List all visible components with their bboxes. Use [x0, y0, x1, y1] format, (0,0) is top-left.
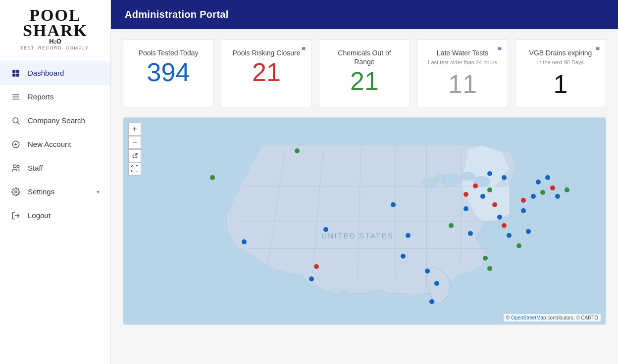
logo-pool: POOL	[29, 8, 81, 23]
stat-card-late-water: ≡ Late Water Tests Last test older than …	[417, 39, 508, 107]
stat-subtitle-vgb: in the next 90 Days	[523, 59, 598, 65]
sidebar-label-dashboard: Dashboard	[28, 69, 64, 77]
stat-value-pools-risking: 21	[229, 59, 304, 85]
content-area: Pools Tested Today 394 ≡ Pools Risking C…	[111, 29, 618, 364]
openstreetmap-link[interactable]: OpenStreetMap	[511, 315, 546, 320]
logo-o: O	[56, 39, 61, 45]
logo-shark-row: SHARK	[23, 23, 88, 39]
sidebar-label-staff: Staff	[28, 164, 43, 172]
logo-h2o-row: H 2 O	[49, 39, 61, 45]
sidebar-nav: Dashboard Reports Company Search New Acc…	[0, 56, 110, 364]
logo: POOL SHARK H 2 O Test. Record. Comply.	[20, 8, 90, 50]
sidebar: POOL SHARK H 2 O Test. Record. Comply. D…	[0, 0, 111, 364]
stat-card-vgb: ≡ VGB Drains expiring in the next 90 Day…	[515, 39, 606, 107]
sidebar-label-reports: Reports	[28, 92, 54, 101]
search-icon	[11, 116, 21, 126]
sidebar-label-logout: Logout	[28, 211, 51, 220]
svg-point-7	[13, 118, 18, 123]
stat-title-late-water: Late Water Tests	[425, 48, 500, 57]
svg-point-30	[422, 179, 438, 187]
stat-card-pools-tested: Pools Tested Today 394	[123, 39, 214, 107]
sidebar-item-logout[interactable]: Logout	[0, 204, 110, 228]
filter-icon-late-water[interactable]: ≡	[498, 45, 502, 52]
sidebar-item-company-search[interactable]: Company Search	[0, 109, 110, 133]
sidebar-item-dashboard[interactable]: Dashboard	[0, 61, 110, 85]
sidebar-item-new-account[interactable]: New Account	[0, 133, 110, 156]
map-zoom-in-button[interactable]: +	[128, 123, 141, 136]
svg-rect-1	[16, 70, 19, 73]
stat-value-pools-tested: 394	[131, 59, 206, 85]
stat-subtitle-late-water: Last test older than 24 hours	[425, 59, 500, 65]
logo-area: POOL SHARK H 2 O Test. Record. Comply.	[0, 0, 110, 56]
stats-row: Pools Tested Today 394 ≡ Pools Risking C…	[123, 39, 606, 107]
map-credit: © OpenStreetMap contributors, © CARTO	[504, 314, 601, 321]
svg-point-27	[461, 172, 475, 181]
svg-point-29	[435, 175, 446, 182]
map-display: UNITED STATES	[123, 118, 606, 324]
map-reset-button[interactable]: ↺	[128, 149, 141, 162]
svg-point-14	[15, 191, 17, 193]
stat-title-pools-risking: Pools Risking Closure	[229, 48, 304, 57]
main-content: Administration Portal Pools Tested Today…	[111, 0, 618, 364]
filter-icon-pools-risking[interactable]: ≡	[302, 45, 306, 52]
logo-tagline: Test. Record. Comply.	[20, 46, 90, 50]
gear-icon	[11, 187, 21, 197]
svg-rect-3	[16, 74, 19, 77]
svg-text:UNITED STATES: UNITED STATES	[321, 231, 394, 240]
stat-title-pools-tested: Pools Tested Today	[131, 48, 206, 57]
stat-card-pools-risking: ≡ Pools Risking Closure 21	[221, 39, 312, 107]
svg-rect-2	[12, 74, 15, 77]
stat-value-vgb: 1	[523, 71, 598, 97]
svg-point-13	[17, 165, 19, 168]
logout-icon	[11, 211, 21, 221]
svg-line-8	[17, 122, 19, 124]
map-controls: + − ↺ ⛶	[128, 123, 141, 176]
map-zoom-out-button[interactable]: −	[128, 136, 141, 149]
svg-point-12	[13, 165, 16, 168]
map-fullscreen-button[interactable]: ⛶	[128, 163, 141, 176]
topbar: Administration Portal	[111, 0, 618, 29]
grid-icon	[11, 68, 21, 78]
sidebar-label-settings: Settings	[28, 187, 54, 196]
stat-value-late-water: 11	[425, 71, 500, 97]
svg-point-28	[473, 177, 490, 187]
sidebar-item-reports[interactable]: Reports	[0, 85, 110, 109]
stat-value-chemicals: 21	[327, 68, 402, 94]
page-title: Administration Portal	[125, 9, 229, 20]
sidebar-label-new-account: New Account	[28, 140, 71, 148]
sidebar-item-settings[interactable]: Settings ▾	[0, 180, 110, 204]
sidebar-label-company-search: Company Search	[28, 116, 85, 125]
map-container: + − ↺ ⛶	[123, 117, 606, 325]
users-icon	[11, 163, 21, 173]
chevron-down-icon: ▾	[97, 188, 100, 195]
stat-card-chemicals: Chemicals Out of Range 21	[319, 39, 410, 107]
stat-title-vgb: VGB Drains expiring	[523, 48, 598, 57]
svg-rect-0	[12, 70, 15, 73]
sidebar-item-staff[interactable]: Staff	[0, 156, 110, 180]
logo-shark: SHARK	[23, 23, 88, 39]
list-icon	[11, 92, 21, 102]
stat-title-chemicals: Chemicals Out of Range	[327, 48, 402, 66]
logo-h: H	[49, 39, 53, 45]
plus-circle-icon	[11, 139, 21, 149]
filter-icon-vgb[interactable]: ≡	[596, 45, 600, 52]
